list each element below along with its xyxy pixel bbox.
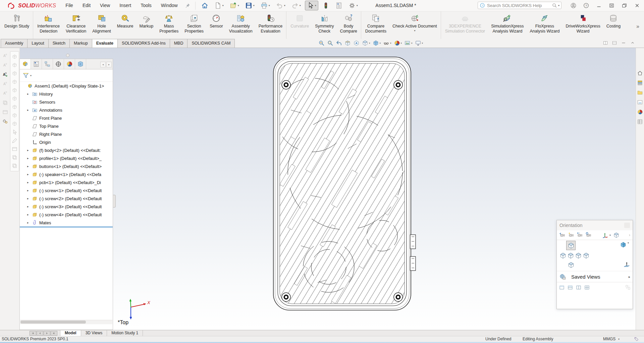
quickbar-tool[interactable]: ▾ (259, 1, 272, 10)
headsup-tool[interactable]: ▾ (362, 40, 371, 47)
menu-item[interactable]: Edit (78, 0, 95, 11)
headsup-tool[interactable] (335, 40, 342, 47)
feature-tree-item[interactable]: Assem1 (Default) <Display State-1> (20, 82, 113, 90)
ribbon-tool[interactable]: Check Active Document ▾ (389, 11, 440, 39)
view-back-button[interactable] (581, 251, 591, 260)
orientation-tool[interactable] (568, 232, 574, 238)
search-dropdown[interactable]: ▾ (558, 4, 559, 7)
headsup-tool[interactable]: ▾ (383, 40, 392, 47)
units-selector[interactable]: MMGS (603, 336, 615, 342)
link-views-icon[interactable] (625, 284, 631, 290)
document-tab[interactable]: Model (60, 330, 81, 336)
toolbar-tool[interactable] (11, 104, 18, 110)
viewport-layout-button[interactable] (567, 285, 574, 290)
tab-scroll-button[interactable] (37, 331, 43, 336)
scrollbar-thumb[interactable] (20, 321, 86, 324)
headsup-tool[interactable]: ▾ (372, 40, 381, 47)
orientation-collapse-chevron[interactable]: › (629, 233, 630, 237)
ribbon-tool[interactable]: Markup (136, 11, 156, 39)
task-pane-tab[interactable] (637, 80, 643, 86)
toolbar-tool[interactable] (11, 154, 18, 161)
command-tab[interactable]: Layout (27, 39, 49, 48)
command-tab[interactable]: Evaluate (92, 39, 118, 48)
feature-tree-item[interactable]: ▸ A Annotations (20, 106, 113, 114)
search-box[interactable]: ? Search SOLIDWORKS Help ▾ (478, 2, 561, 9)
feature-tree-item[interactable]: ▸ (-) screw<3> (Default) <<Default (20, 203, 113, 211)
task-pane-tab[interactable] (637, 70, 643, 76)
ribbon-tool[interactable]: ? Compare Documents (361, 11, 389, 39)
document-tag-icon[interactable] (634, 337, 639, 342)
search-input[interactable]: Search SOLIDWORKS Help (487, 3, 552, 8)
feature-tree-item[interactable]: ▸ (f) body<2> (Default) <<Default: (20, 146, 113, 154)
orientation-tool[interactable] (559, 232, 566, 238)
feature-tree-item[interactable]: Right Plane (20, 130, 113, 138)
graphics-area[interactable]: X *Top Orientation (113, 48, 636, 330)
toolbar-tool[interactable]: A (2, 53, 8, 59)
feature-tree-item[interactable]: ▸ Mates (20, 219, 113, 227)
feature-tree-item[interactable]: ▸ buttons<1> (Default) <<Default> (20, 162, 113, 170)
units-dropdown[interactable]: ▾ (618, 336, 620, 342)
command-tab[interactable]: Markup (69, 39, 92, 48)
ribbon-tool[interactable]: Interference Detection (33, 11, 63, 39)
command-tab[interactable]: SOLIDWORKS Add-Ins (117, 39, 170, 48)
document-tab[interactable]: 3D Views (81, 330, 107, 336)
pushpin-icon[interactable] (184, 3, 191, 9)
ribbon-tool[interactable]: FloXpress Analysis Wizard (527, 11, 563, 39)
headsup-tool[interactable] (344, 40, 351, 47)
ribbon-overflow-chevron[interactable]: » (636, 23, 639, 30)
ribbon-tool[interactable]: DriveWorksXpress Wizard (562, 11, 603, 39)
command-tab[interactable]: Assembly (1, 39, 28, 48)
toolbar-tool[interactable] (11, 54, 18, 60)
fm-horizontal-scrollbar[interactable] (20, 320, 112, 324)
toolbar-tool[interactable] (2, 100, 8, 106)
quickbar-tool[interactable]: ▾ (289, 1, 303, 10)
feature-tree-item[interactable]: ▸ profile<1> (Default) <<Default>_ (20, 154, 113, 162)
toolbar-tool[interactable]: A (2, 62, 8, 68)
ribbon-tool[interactable]: Mass Properties (156, 11, 181, 39)
featuremanager-tab[interactable] (31, 59, 42, 69)
headsup-tool[interactable] (318, 40, 325, 47)
menu-item[interactable]: Insert (115, 0, 136, 11)
viewport-layout-button[interactable] (575, 285, 582, 290)
view-isometric-button[interactable]: ▾ (620, 241, 634, 248)
orientation-tool[interactable] (585, 232, 592, 238)
ribbon-tool[interactable]: Hole Alignment (89, 11, 114, 39)
tab-scroll-button[interactable] (44, 331, 50, 336)
ribbon-tool[interactable]: Curvature (286, 11, 312, 39)
ribbon-tool[interactable]: Section Properties (181, 11, 207, 39)
ribbon-tool[interactable]: Sensor (207, 11, 226, 39)
featuremanager-tab[interactable]: C (75, 59, 86, 69)
featuremanager-tab[interactable] (64, 59, 75, 69)
ribbon-tool[interactable]: Costing (603, 11, 624, 39)
document-tab[interactable]: Motion Study 1 (107, 330, 143, 336)
feature-tree-item[interactable]: ▸ (-) screw<4> (Default) <<Default (20, 211, 113, 219)
featuremanager-tab[interactable] (20, 59, 31, 69)
toolbar-tool[interactable]: A (2, 90, 8, 97)
normal-to-button[interactable] (622, 260, 631, 270)
quickbar-tool[interactable]: ▾ (212, 1, 226, 10)
featuremanager-tab[interactable] (42, 59, 53, 69)
ribbon-tool[interactable]: 3DEXPERIENCE Simulation Connector (441, 11, 488, 39)
close-icon[interactable] (624, 223, 630, 228)
window-control[interactable] (567, 0, 580, 11)
headsup-tool[interactable]: ▾ (404, 40, 413, 47)
command-tab[interactable]: SOLIDWORKS CAM (187, 39, 235, 48)
toolbar-tool[interactable] (11, 163, 18, 169)
orientation-tool[interactable] (577, 232, 583, 238)
fm-tab-scroll-left[interactable]: ◂ (100, 62, 106, 67)
task-pane-tab[interactable] (637, 90, 643, 96)
toolbar-tool[interactable] (11, 70, 18, 77)
viewport-layout-button[interactable] (584, 285, 590, 290)
window-control[interactable] (631, 0, 643, 11)
search-magnifier-icon[interactable] (552, 3, 557, 8)
feature-tree-item[interactable]: ▸ (-) screw<2> (Default) <<Default (20, 194, 113, 203)
viewport-layout-button[interactable] (558, 285, 565, 290)
orientation-tool[interactable]: ▾ (602, 232, 611, 238)
quickbar-tool[interactable]: ▾ (305, 1, 318, 10)
panel-splitter-grip[interactable] (113, 195, 116, 208)
toolbar-tool[interactable] (11, 87, 18, 94)
view-front-button[interactable] (566, 241, 576, 250)
feature-tree-item[interactable]: ▸ (-) speaker<1> (Default) <<Defa (20, 170, 113, 178)
task-pane-tab[interactable] (637, 119, 643, 125)
feature-tree-item[interactable]: ▸ (-) screw<1> (Default) <<Default (20, 186, 113, 194)
